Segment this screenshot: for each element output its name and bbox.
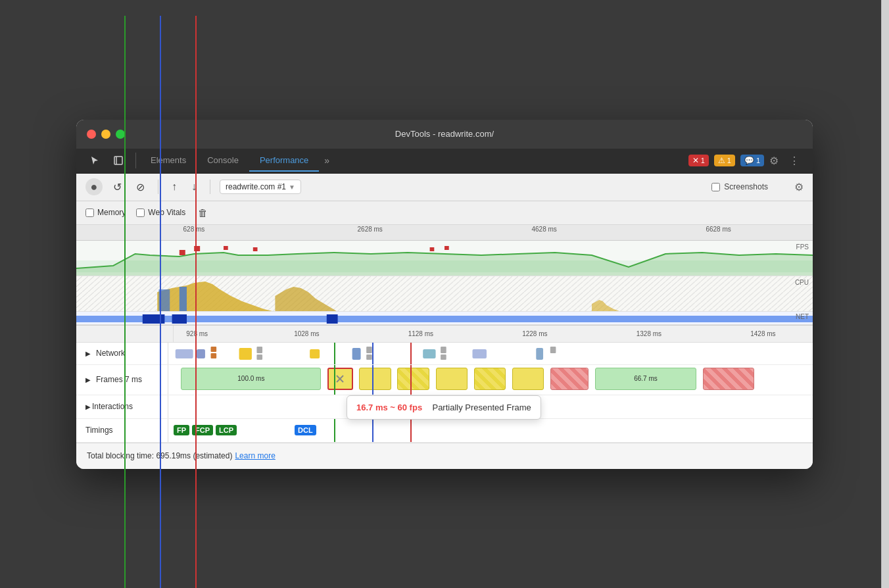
frame-green-2[interactable]: 66.7 ms xyxy=(595,368,697,390)
memory-checkbox[interactable]: Memory xyxy=(85,208,126,217)
timings-marker-blue xyxy=(372,419,373,442)
clear-button[interactable]: ⊘ xyxy=(132,179,149,195)
checkboxes-bar: Memory Web Vitals 🗑 xyxy=(76,201,813,225)
svg-rect-37 xyxy=(550,347,556,353)
memory-check[interactable] xyxy=(85,208,94,217)
warning-badge[interactable]: ⚠ 1 xyxy=(714,155,735,166)
blocking-time-text: Total blocking time: 695.19ms (estimated… xyxy=(87,451,232,460)
svg-rect-25 xyxy=(239,348,252,360)
timings-marker-green xyxy=(334,419,335,442)
record-button[interactable]: ● xyxy=(85,178,103,195)
overview-timeline[interactable]: 628 ms 2628 ms 4628 ms 6628 ms FPS xyxy=(76,225,813,326)
screenshots-check[interactable] xyxy=(711,183,720,191)
network-detail-chart xyxy=(168,343,805,364)
dcl-badge: DCL xyxy=(295,425,316,435)
svg-rect-21 xyxy=(176,349,193,358)
overview-ruler: 628 ms 2628 ms 4628 ms 6628 ms xyxy=(76,225,813,241)
tab-bar: Elements Console Performance » ✕ 1 ⚠ 1 💬… xyxy=(76,149,813,174)
cpu-label: CPU xyxy=(795,279,809,286)
svg-rect-0 xyxy=(114,157,122,164)
upload-button[interactable]: ↑ xyxy=(168,179,181,195)
maximize-button[interactable] xyxy=(116,130,125,139)
learn-more-link[interactable]: Learn more xyxy=(235,451,275,460)
tab-elements[interactable]: Elements xyxy=(140,150,197,172)
svg-rect-5 xyxy=(194,246,200,251)
frame-tooltip: 16.7 ms ~ 60 fps Partially Presented Fra… xyxy=(347,395,541,420)
frame-yellow-stripe-1[interactable] xyxy=(397,368,429,390)
svg-rect-26 xyxy=(256,347,262,353)
frame-red-1[interactable] xyxy=(550,368,589,390)
timings-track-content: FP FCP LCP DCL xyxy=(168,419,805,442)
detail-ruler: 928 ms 1028 ms 1128 ms 1228 ms 1328 ms 1… xyxy=(76,326,813,343)
frame-yellow-1[interactable] xyxy=(359,368,391,390)
svg-rect-19 xyxy=(172,314,187,324)
cursor-tool[interactable] xyxy=(84,153,105,168)
inspect-tool[interactable] xyxy=(108,153,129,168)
timings-track-label: Timings xyxy=(76,419,168,442)
network-track-content xyxy=(168,343,805,364)
minimize-button[interactable] xyxy=(101,130,110,139)
download-button[interactable]: ↓ xyxy=(187,179,201,195)
detail-mark-5: 1328 ms xyxy=(637,330,661,337)
detail-mark-4: 1228 ms xyxy=(522,330,547,337)
svg-rect-24 xyxy=(211,353,217,358)
timings-marker-red xyxy=(410,419,412,442)
svg-rect-15 xyxy=(158,289,170,312)
tab-more-button[interactable]: » xyxy=(319,153,335,168)
frame-yellow-stripe-2[interactable] xyxy=(474,368,506,390)
close-button[interactable] xyxy=(87,130,96,139)
svg-rect-36 xyxy=(536,348,543,360)
frame-selected[interactable] xyxy=(327,368,353,390)
tooltip-fps-value: 16.7 ms ~ 60 fps xyxy=(356,403,422,412)
tab-badges: ✕ 1 ⚠ 1 💬 1 xyxy=(688,155,764,166)
tooltip-description: Partially Presented Frame xyxy=(432,403,531,412)
web-vitals-checkbox[interactable]: Web Vitals xyxy=(136,208,185,217)
svg-rect-7 xyxy=(253,247,258,251)
detail-mark-6: 1428 ms xyxy=(750,330,775,337)
svg-rect-9 xyxy=(445,246,449,250)
svg-rect-27 xyxy=(256,355,262,360)
fp-badge: FP xyxy=(174,425,189,435)
frame-yellow-3[interactable] xyxy=(512,368,544,390)
traffic-lights xyxy=(87,130,125,139)
frame-green-1[interactable]: 100.0 ms xyxy=(181,368,321,390)
frames-track-label[interactable]: ▶ Frames 7 ms xyxy=(76,365,168,395)
fps-chart xyxy=(76,241,813,276)
tab-console[interactable]: Console xyxy=(197,150,249,172)
net-label: NET xyxy=(796,313,809,320)
cpu-row: CPU xyxy=(76,276,813,312)
interactions-track-label[interactable]: ▶ Interactions xyxy=(76,395,168,418)
title-bar: DevTools - readwrite.com/ xyxy=(76,120,813,149)
svg-rect-6 xyxy=(224,246,228,250)
fps-label: FPS xyxy=(796,243,809,251)
fps-row: FPS xyxy=(76,241,813,276)
devtools-window: DevTools - readwrite.com/ Elements Conso… xyxy=(76,120,813,469)
network-track-label[interactable]: ▶ Network xyxy=(76,343,168,364)
svg-rect-8 xyxy=(430,247,435,251)
frames-track-row: ▶ Frames 7 ms 100.0 ms xyxy=(76,365,813,395)
svg-rect-29 xyxy=(352,348,361,360)
frames-track-content[interactable]: 100.0 ms 66.7 ms xyxy=(168,365,805,395)
screenshots-checkbox[interactable]: Screenshots xyxy=(711,182,768,191)
settings-gear-icon[interactable]: ⚙ xyxy=(764,152,784,170)
frame-yellow-2[interactable] xyxy=(436,368,468,390)
error-badge[interactable]: ✕ 1 xyxy=(688,155,709,166)
svg-rect-28 xyxy=(310,349,320,358)
svg-rect-31 xyxy=(366,355,372,360)
tab-performance[interactable]: Performance xyxy=(249,150,319,172)
svg-rect-35 xyxy=(472,349,487,358)
ruler-mark-2: 2628 ms xyxy=(358,226,383,233)
svg-rect-4 xyxy=(180,250,185,255)
reload-record-button[interactable]: ↺ xyxy=(109,179,126,195)
more-options-icon[interactable]: ⋮ xyxy=(784,152,805,170)
svg-rect-34 xyxy=(441,355,446,360)
detail-mark-2: 1028 ms xyxy=(294,330,319,337)
svg-rect-30 xyxy=(366,347,372,353)
info-badge[interactable]: 💬 1 xyxy=(740,155,764,166)
perf-settings-icon[interactable]: ⚙ xyxy=(794,181,804,193)
frame-red-2[interactable] xyxy=(703,368,754,390)
trash-button[interactable]: 🗑 xyxy=(196,205,210,220)
web-vitals-check[interactable] xyxy=(136,208,145,217)
svg-rect-16 xyxy=(180,287,187,312)
profile-selector[interactable]: readwrite.com #1 ▼ xyxy=(220,180,301,194)
